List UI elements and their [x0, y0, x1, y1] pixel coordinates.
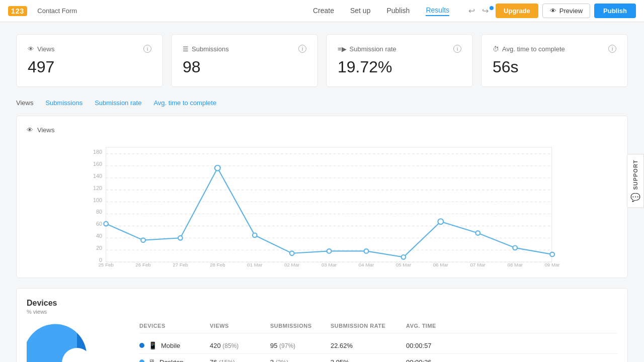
- nav-create[interactable]: Create: [313, 7, 334, 16]
- mobile-rate: 22.62%: [331, 342, 406, 349]
- desktop-rate: 3.95%: [331, 358, 406, 363]
- chart-eye-icon: 👁: [27, 126, 33, 134]
- stat-label-rate: ≡▶ Submission rate i: [338, 45, 461, 53]
- publish-button[interactable]: Publish: [594, 4, 636, 18]
- eye-preview-icon: 👁: [550, 7, 556, 15]
- svg-point-30: [438, 219, 443, 224]
- devices-subtitle: % views: [27, 309, 617, 315]
- stat-label-submissions: ☰ Submissions i: [183, 45, 306, 53]
- undo-redo-group: ↩ ↪: [465, 4, 492, 18]
- stat-card-avgtime: ⏱ Avg. time to complete i 56s: [481, 34, 628, 87]
- chart-tab-avgtime[interactable]: Avg. time to complete: [153, 99, 216, 108]
- mobile-avgtime: 00:00:57: [406, 342, 466, 349]
- stat-label-avgtime: ⏱ Avg. time to complete i: [493, 45, 616, 53]
- col-header-devices: DEVICES: [139, 323, 210, 329]
- svg-text:26 Feb: 26 Feb: [135, 262, 151, 267]
- svg-point-26: [290, 251, 294, 255]
- svg-point-21: [104, 222, 108, 226]
- upgrade-button[interactable]: Upgrade: [496, 4, 538, 18]
- submissions-info-icon[interactable]: i: [298, 45, 306, 53]
- support-sidebar[interactable]: SUPPORT 💬: [627, 154, 644, 208]
- nav-links: Create Set up Publish Results: [313, 6, 449, 16]
- svg-text:40: 40: [96, 233, 102, 239]
- stat-card-views: 👁 Views i 497: [16, 34, 163, 87]
- devices-section: Devices % views: [16, 288, 628, 362]
- chart-section-title: 👁 Views: [27, 126, 617, 134]
- support-label: SUPPORT: [632, 159, 638, 190]
- svg-text:120: 120: [93, 185, 102, 191]
- svg-text:180: 180: [93, 149, 102, 155]
- pie-chart: [27, 323, 127, 362]
- svg-rect-20: [106, 147, 552, 262]
- chart-section: 👁 Views 0 20 40 60 80 100 120 140 160 18…: [16, 116, 628, 278]
- device-color-desktop: [139, 359, 144, 362]
- chart-area: 0 20 40 60 80 100 120 140 160 180: [27, 142, 617, 267]
- rate-info-icon[interactable]: i: [453, 45, 461, 53]
- mobile-label: Mobile: [161, 342, 180, 349]
- stat-value-rate: 19.72%: [338, 58, 461, 76]
- col-header-rate: SUBMISSION RATE: [331, 323, 406, 329]
- svg-text:25 Feb: 25 Feb: [98, 262, 114, 267]
- form-title: Contact Form: [37, 7, 77, 15]
- redo-button[interactable]: ↪: [479, 4, 492, 18]
- svg-point-31: [475, 231, 480, 235]
- mobile-submissions: 95 (97%): [270, 342, 331, 349]
- svg-point-27: [327, 249, 332, 253]
- chart-tab-submissions[interactable]: Submissions: [45, 99, 83, 108]
- svg-text:160: 160: [93, 161, 102, 167]
- avgtime-info-icon[interactable]: i: [608, 45, 616, 53]
- logo: 123: [8, 6, 27, 16]
- desktop-icon: 🖥: [148, 358, 155, 362]
- devices-content: DEVICES VIEWS SUBMISSIONS SUBMISSION RAT…: [27, 323, 617, 362]
- top-navigation: 123 Contact Form Create Set up Publish R…: [0, 0, 644, 22]
- devices-title: Devices: [27, 299, 617, 308]
- chart-tabs: Views Submissions Submission rate Avg. t…: [16, 99, 628, 108]
- device-color-mobile: [139, 343, 144, 348]
- support-icon: 💬: [630, 193, 640, 203]
- nav-results[interactable]: Results: [426, 6, 449, 16]
- preview-label: Preview: [559, 7, 583, 15]
- col-header-avgtime: AVG. TIME: [406, 323, 466, 329]
- pie-chart-svg: [27, 323, 127, 362]
- desktop-avgtime: 00:00:36: [406, 358, 466, 363]
- svg-text:05 Mar: 05 Mar: [396, 262, 412, 267]
- main-content: 👁 Views i 497 ☰ Submissions i 98 ≡▶ Subm…: [0, 22, 644, 362]
- col-header-views: VIEWS: [210, 323, 270, 329]
- svg-text:140: 140: [93, 173, 102, 179]
- svg-point-28: [364, 249, 369, 253]
- logo-badge: 123: [8, 6, 27, 16]
- svg-text:60: 60: [96, 221, 102, 227]
- desktop-label: Desktop: [159, 358, 184, 363]
- eye-icon: 👁: [28, 45, 34, 53]
- device-name-mobile: 📱 Mobile: [139, 341, 210, 349]
- clock-icon: ⏱: [493, 45, 499, 53]
- svg-text:28 Feb: 28 Feb: [210, 262, 225, 267]
- svg-text:03 Mar: 03 Mar: [321, 262, 337, 267]
- svg-point-22: [141, 238, 145, 242]
- mobile-views: 420 (85%): [210, 342, 270, 349]
- stat-value-avgtime: 56s: [493, 58, 616, 76]
- submissions-icon: ☰: [183, 45, 189, 53]
- nav-publish[interactable]: Publish: [386, 7, 410, 16]
- svg-text:08 Mar: 08 Mar: [507, 262, 523, 267]
- svg-point-33: [550, 252, 554, 257]
- line-chart-svg: 0 20 40 60 80 100 120 140 160 180: [27, 142, 617, 267]
- svg-text:20: 20: [96, 245, 102, 251]
- nav-setup[interactable]: Set up: [350, 7, 370, 16]
- table-row: 📱 Mobile 420 (85%) 95 (97%) 22.62% 00:00…: [139, 337, 617, 354]
- views-info-icon[interactable]: i: [143, 45, 151, 53]
- undo-button[interactable]: ↩: [465, 4, 478, 18]
- rate-icon: ≡▶: [338, 45, 347, 53]
- svg-point-23: [178, 236, 183, 240]
- stat-value-submissions: 98: [183, 58, 306, 76]
- devices-table: DEVICES VIEWS SUBMISSIONS SUBMISSION RAT…: [139, 323, 617, 362]
- device-name-desktop: 🖥 Desktop: [139, 358, 210, 362]
- redo-indicator: [490, 6, 494, 10]
- chart-tab-views[interactable]: Views: [16, 99, 33, 108]
- svg-text:100: 100: [93, 197, 102, 203]
- preview-button[interactable]: 👁 Preview: [542, 4, 590, 18]
- nav-actions: ↩ ↪ Upgrade 👁 Preview Publish: [465, 4, 636, 18]
- svg-text:07 Mar: 07 Mar: [470, 262, 486, 267]
- svg-text:01 Mar: 01 Mar: [247, 262, 263, 267]
- chart-tab-submission-rate[interactable]: Submission rate: [95, 99, 141, 108]
